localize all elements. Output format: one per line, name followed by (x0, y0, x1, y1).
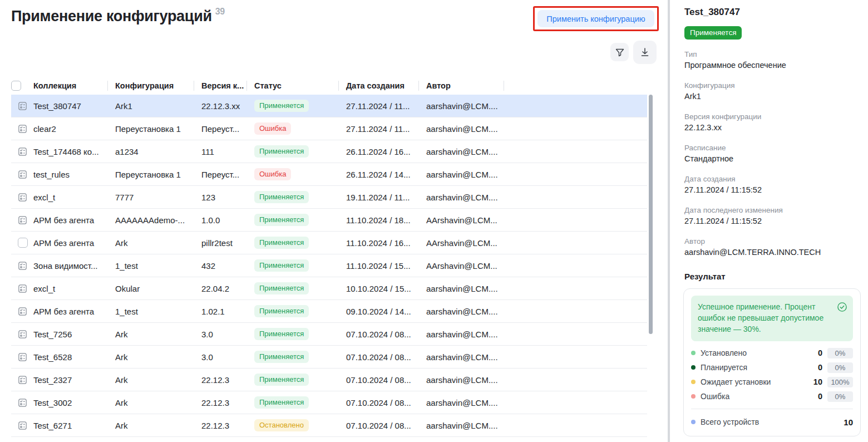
cell-version: 22.12.3 (194, 375, 246, 385)
filter-button[interactable] (610, 43, 629, 61)
collection-icon (18, 352, 27, 362)
cell-collection: АРМ без агента (33, 307, 107, 316)
cell-author: aarshavin@LCM.... (418, 398, 504, 407)
cell-created-date: 11.10.2024 / 18... (338, 215, 418, 225)
stat-row: Планируется 0 0% (691, 360, 853, 375)
status-badge: Ошибка (254, 122, 291, 135)
cell-author: aarshavin@LCM.... (418, 307, 504, 316)
panel-divider (668, 0, 670, 442)
red-highlight-annotation: Применить конфигурацию (533, 6, 659, 31)
cell-created-date: 07.10.2024 / 08... (338, 352, 418, 362)
stat-label: Ожидает установки (701, 377, 809, 386)
collection-icon (18, 170, 27, 179)
table-row[interactable]: Зона видимост... 1_test 432 Применяется … (11, 254, 647, 277)
table-vertical-scrollbar[interactable] (649, 95, 653, 334)
cell-version: 3.0 (194, 352, 246, 362)
table-row[interactable]: Test_6271 Ark 22.12.3 Остановлено 07.10.… (11, 414, 647, 437)
cell-author: AArshavin@LCM... (418, 238, 504, 248)
detail-field: Тип Программное обеспечение (684, 49, 861, 71)
cell-created-date: 19.11.2024 / 11... (338, 193, 418, 202)
table-header-cell[interactable]: Автор (418, 80, 504, 91)
cell-status: Применяется (246, 396, 338, 409)
select-all-checkbox[interactable] (11, 81, 21, 91)
table-header-cell[interactable]: Конфигурация (107, 80, 194, 91)
table-row[interactable]: Test_380747 Ark1 22.12.3.xx Применяется … (11, 95, 647, 117)
status-badge: Применяется (254, 191, 309, 203)
table-row[interactable]: АРМ без агента Ark pillr2test Применяетс… (11, 232, 647, 254)
success-notice-text: Успешное применение. Процент ошибок не п… (698, 301, 832, 335)
cell-author: aarshavin@LCM.... (418, 352, 504, 362)
cell-status: Применяется (246, 259, 338, 272)
row-leading-cell (11, 375, 33, 385)
stat-value: 0 (809, 392, 822, 401)
total-devices-dot-icon (691, 420, 696, 424)
cell-version: 1.0.0 (194, 215, 246, 225)
cell-status: Ошибка (246, 122, 338, 135)
detail-status-badge: Применяется (684, 26, 742, 40)
app-window: Применение конфигураций39 Применить конф… (0, 0, 868, 442)
filter-icon (615, 47, 625, 57)
cell-created-date: 11.10.2024 / 15... (338, 261, 418, 271)
detail-field-value: 27.11.2024 / 11:15:52 (684, 215, 861, 227)
cell-collection: Test_2327 (33, 375, 107, 385)
table-row[interactable]: Test_174468 ко... a1234 111 Применяется … (11, 140, 647, 163)
cell-author: aarshavin@LCM.... (418, 421, 504, 430)
stat-percent-badge: 100% (827, 377, 853, 387)
table-row[interactable]: clear2 Переустановка 1 Переуст... Ошибка… (11, 117, 647, 140)
table-row[interactable]: test_rules Переустановка 1 Переуст... Ош… (11, 163, 647, 186)
cell-version: 22.12.3 (194, 421, 246, 430)
row-leading-cell (11, 352, 33, 362)
collection-icon (18, 261, 27, 271)
cell-version: pillr2test (194, 238, 246, 248)
row-leading-cell (11, 261, 33, 271)
row-leading-cell (11, 101, 33, 111)
cell-status: Ошибка (246, 168, 338, 180)
table-header-cell[interactable]: Коллекция (33, 80, 107, 91)
cell-created-date: 26.11.2024 / 14... (338, 170, 418, 179)
cell-collection: Test_6528 (33, 352, 107, 362)
table-header-cell[interactable]: Дата создания (338, 80, 418, 91)
detail-field-value: Ark1 (684, 91, 861, 102)
detail-field-label: Дата последнего изменения (684, 205, 861, 215)
cell-configuration: 1_test (107, 307, 194, 316)
cell-author: aarshavin@LCM.... (418, 193, 504, 202)
cell-version: 22.12.3 (194, 398, 246, 407)
table-row[interactable]: Test_7256 Ark 3.0 Применяется 07.10.2024… (11, 323, 647, 346)
cell-configuration: AAAAAAAdemo-... (107, 215, 194, 225)
cell-created-date: 07.10.2024 / 08... (338, 398, 418, 407)
table-row[interactable]: АРМ без агента 1_test 1.02.1 Применяется… (11, 300, 647, 323)
cell-version: 111 (194, 147, 246, 156)
cell-configuration: Ark (107, 375, 194, 385)
cell-author: AArshavin@LCM... (418, 261, 504, 271)
table-row[interactable]: excl_t Okular 22.04.2 Применяется 10.10.… (11, 277, 647, 300)
detail-field: Дата последнего изменения 27.11.2024 / 1… (684, 205, 861, 227)
table-row[interactable]: Test_3002 Ark 22.12.3 Применяется 07.10.… (11, 391, 647, 414)
collection-icon (18, 307, 27, 316)
cell-collection: Test_3002 (33, 398, 107, 407)
row-leading-cell (11, 238, 33, 248)
detail-panel: Test_380747 Применяется Тип Программное … (684, 0, 861, 436)
table-row[interactable]: Test_6528 Ark 3.0 Применяется 07.10.2024… (11, 346, 647, 369)
table-row[interactable]: excl_t 7777 123 Применяется 19.11.2024 /… (11, 186, 647, 209)
detail-field: Расписание Стандартное (684, 143, 861, 164)
detail-field-label: Конфигурация (684, 80, 861, 91)
total-devices-label: Всего устройств (701, 418, 844, 426)
table-header-cell[interactable]: Версия к... (194, 80, 246, 91)
row-checkbox[interactable] (18, 238, 28, 248)
cell-author: aarshavin@LCM.... (418, 147, 504, 156)
cell-version: 22.12.3.xx (194, 101, 246, 111)
cell-status: Применяется (246, 214, 338, 226)
table-header-cell[interactable]: Статус (246, 80, 338, 91)
cell-version: 1.02.1 (194, 307, 246, 316)
apply-configuration-button[interactable]: Применить конфигурацию (537, 10, 654, 27)
row-leading-cell (11, 147, 33, 156)
cell-collection: test_rules (33, 170, 107, 179)
collection-icon (18, 124, 27, 134)
row-leading-cell (11, 398, 33, 407)
download-button[interactable] (633, 41, 657, 64)
table-row[interactable]: Test_2327 Ark 22.12.3 Применяется 07.10.… (11, 369, 647, 391)
circle-check-icon (837, 302, 847, 335)
stat-value: 0 (809, 363, 822, 372)
table-row[interactable]: АРМ без агента AAAAAAAdemo-... 1.0.0 При… (11, 209, 647, 232)
cell-version: Переуст... (194, 170, 246, 179)
